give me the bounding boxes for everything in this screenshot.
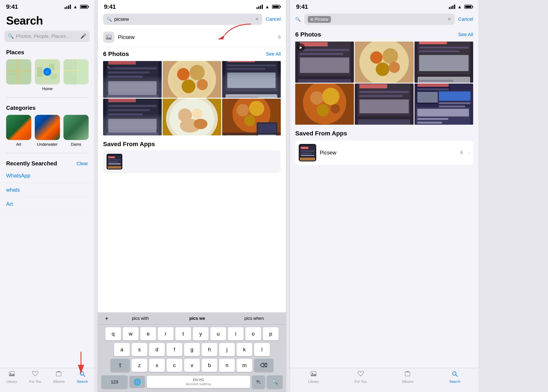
key-123[interactable]: 123 — [101, 375, 128, 389]
key-e[interactable]: e — [140, 327, 156, 340]
key-f[interactable]: f — [167, 343, 182, 356]
place-card-1[interactable] — [6, 59, 31, 91]
tab-albums-p1[interactable]: Albums — [47, 371, 71, 384]
photo-cell-3-p2[interactable] — [222, 61, 281, 98]
key-k[interactable]: k — [237, 343, 252, 356]
svg-point-38 — [182, 79, 195, 93]
photo-p3-3[interactable] — [414, 42, 473, 83]
kbd-suggest-3[interactable]: pics when — [226, 315, 283, 322]
photos-header-p3: 6 Photos See All — [295, 31, 473, 38]
tab-albums-p3[interactable]: Albums — [384, 371, 431, 384]
search-bar-p2[interactable]: 🔍 picsew ✕ — [103, 14, 262, 25]
tab-foryou-p3[interactable]: For You — [337, 371, 384, 384]
tab-library-p3[interactable]: Library — [290, 371, 337, 384]
key-g[interactable]: g — [184, 343, 200, 356]
saved-item-p2[interactable] — [103, 150, 281, 173]
photo-cell-6-p2[interactable] — [222, 99, 281, 135]
kbd-suggest-1[interactable]: pics with — [112, 315, 169, 322]
key-delete[interactable]: ⌫ — [254, 359, 273, 372]
photo-cell-4-p2[interactable] — [103, 99, 162, 135]
status-bar-p2: 9:41 ▲ — [98, 0, 286, 12]
cancel-btn-p2[interactable]: Cancel — [266, 16, 281, 22]
category-art[interactable]: Art — [6, 115, 31, 147]
kbd-suggest-2[interactable]: pics we — [169, 315, 226, 322]
suggestion-picsew[interactable]: Picsew 6 — [98, 28, 286, 47]
see-all-p3[interactable]: See All — [458, 32, 473, 37]
photo-p3-1[interactable]: ▶ — [295, 42, 354, 83]
key-l[interactable]: l — [254, 343, 270, 356]
key-a[interactable]: a — [114, 343, 130, 356]
key-w[interactable]: w — [123, 327, 139, 340]
svg-rect-80 — [108, 161, 118, 162]
photo-p3-2[interactable] — [355, 42, 413, 83]
svg-point-39 — [197, 79, 208, 90]
recent-art-link[interactable]: Art — [6, 201, 13, 207]
key-space[interactable]: EN HG Microsoft SwiftKey — [147, 376, 250, 388]
key-u[interactable]: u — [210, 327, 226, 340]
suggestion-picsew-count: 6 — [278, 34, 281, 40]
clear-btn[interactable]: Clear — [76, 161, 88, 167]
see-all-btn-p2[interactable]: See All — [266, 51, 281, 57]
photo-cell-5-p2[interactable] — [163, 99, 221, 135]
key-z[interactable]: z — [132, 359, 147, 372]
tab-library-label-p1: Library — [6, 380, 17, 384]
category-dams[interactable]: Dams — [64, 115, 89, 147]
recent-whatsapp-link[interactable]: WhatsApp — [6, 173, 30, 179]
tab-search-p3[interactable]: Search — [431, 371, 478, 384]
svg-rect-135 — [301, 151, 314, 152]
search-chip-p3[interactable]: ⊞ Picsew — [308, 16, 331, 23]
map-svg-3 — [64, 59, 89, 84]
key-t[interactable]: t — [175, 327, 191, 340]
recent-whatsapp[interactable]: WhatsApp — [0, 169, 94, 183]
key-r[interactable]: r — [158, 327, 174, 340]
key-punct[interactable]: ?!, — [252, 375, 265, 389]
key-shift[interactable]: ⇧ — [111, 359, 130, 372]
keyboard-rows: q w e r t y u i o p a s d f g h j k — [98, 325, 286, 392]
saved-item-p3[interactable]: Picsew 6 › — [295, 140, 473, 165]
key-o[interactable]: o — [245, 327, 261, 340]
key-s[interactable]: s — [132, 343, 147, 356]
search-bar-p1[interactable]: 🔍 Photos, People, Places... 🎤 — [4, 31, 90, 42]
recent-art[interactable]: Art — [0, 197, 94, 211]
photo-p3-5[interactable] — [355, 84, 413, 125]
recent-whats[interactable]: whats — [0, 183, 94, 197]
key-d[interactable]: d — [149, 343, 165, 356]
key-c[interactable]: c — [167, 359, 182, 372]
photo-grid-p3: ▶ — [295, 42, 473, 125]
category-dams-img — [64, 115, 89, 140]
photo-p3-4[interactable] — [295, 84, 354, 125]
tab-foryou-p1[interactable]: For You — [24, 371, 47, 384]
tab-search-p1[interactable]: Search — [71, 371, 94, 384]
photo-p3-6[interactable] — [414, 84, 473, 125]
key-y[interactable]: y — [193, 327, 209, 340]
key-search-kbd[interactable]: 🔍 — [267, 375, 283, 389]
key-i[interactable]: i — [228, 327, 244, 340]
place-card-3[interactable] — [64, 59, 89, 91]
key-globe[interactable]: 🌐 — [129, 376, 145, 388]
photo-cell-2-p2[interactable] — [163, 61, 221, 98]
clear-search-btn-p2[interactable]: ✕ — [255, 16, 259, 22]
search-bar-p3[interactable]: ⊞ Picsew ✕ — [304, 14, 455, 25]
tab-foryou-label-p3: For You — [355, 380, 367, 384]
tab-library-p1[interactable]: Library — [0, 371, 24, 384]
recent-whats-link[interactable]: whats — [6, 187, 20, 193]
key-p[interactable]: p — [263, 327, 279, 340]
play-btn-p3: ▶ — [297, 43, 305, 51]
photo-cell-1-p2[interactable]: ▶ — [103, 61, 162, 98]
place-card-home[interactable]: ⌂ Home — [35, 59, 60, 91]
photos-section-p3: 6 Photos See All ▶ — [290, 28, 478, 130]
clear-search-p3[interactable]: ✕ — [447, 16, 451, 22]
key-b[interactable]: b — [202, 359, 217, 372]
key-j[interactable]: j — [219, 343, 235, 356]
photo-grid-p2: ▶ — [103, 61, 281, 135]
key-q[interactable]: q — [105, 327, 121, 340]
map-svg-home: ⌂ — [35, 59, 60, 84]
category-underwater[interactable]: Underwater — [35, 115, 60, 147]
key-h[interactable]: h — [202, 343, 217, 356]
key-v[interactable]: v — [184, 359, 200, 372]
svg-point-94 — [376, 62, 389, 76]
cancel-btn-p3[interactable]: Cancel — [458, 16, 473, 22]
key-x[interactable]: x — [149, 359, 165, 372]
key-m[interactable]: m — [237, 359, 252, 372]
key-n[interactable]: n — [219, 359, 235, 372]
